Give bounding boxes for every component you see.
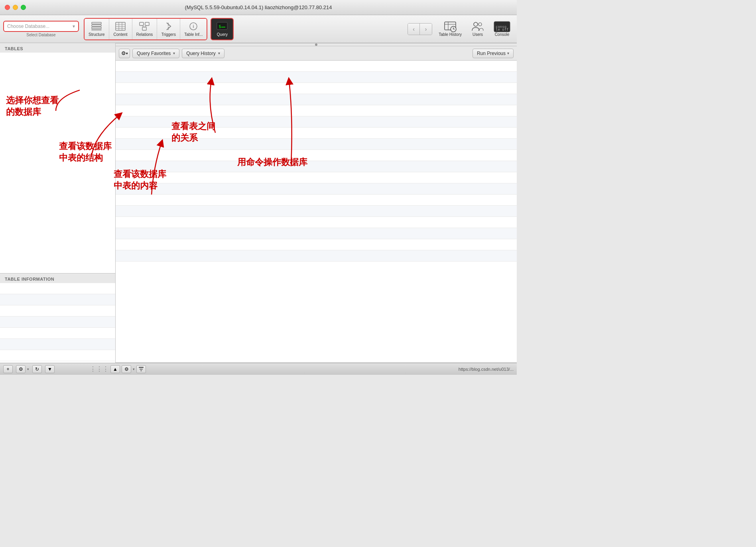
svg-rect-12 (142, 27, 146, 30)
table-info-section: TABLE INFORMATION (0, 274, 115, 283)
tab-relations-label: Relations (136, 32, 153, 37)
nav-forward-button[interactable]: › (420, 24, 432, 35)
query-editor[interactable] (116, 61, 517, 363)
users-icon (471, 21, 484, 32)
query-editor-row (116, 139, 517, 150)
console-item[interactable]: conso le off Console (490, 20, 514, 38)
close-button[interactable] (5, 5, 10, 10)
table-history-item[interactable]: Table History (435, 20, 465, 38)
query-favorites-label: Query Favorites (137, 51, 171, 56)
table-info-row (0, 294, 115, 305)
run-previous-button[interactable]: Run Previous ▾ (472, 49, 514, 58)
query-editor-row (116, 72, 517, 83)
main-layout: TABLES TABLE INFORMATION (0, 43, 517, 363)
tab-query[interactable]: $ Query (211, 18, 234, 40)
svg-rect-1 (92, 25, 101, 26)
tables-header: TABLES (0, 43, 115, 53)
table-info-row (0, 339, 115, 350)
table-info-header: TABLE INFORMATION (5, 277, 110, 281)
query-editor-row (116, 116, 517, 128)
query-editor-row (116, 239, 517, 250)
tab-structure[interactable]: Structure (85, 19, 109, 39)
svg-rect-39 (140, 370, 142, 371)
svg-rect-3 (92, 30, 101, 30)
refresh-button[interactable]: ↻ (32, 365, 42, 373)
db-select[interactable]: Choose Database... ▾ (3, 21, 79, 32)
query-editor-row (116, 83, 517, 94)
gear2-chevron: ▾ (133, 367, 135, 371)
status-url: https://blog.csdn.net/u013/... (459, 367, 514, 372)
table-info-row (0, 328, 115, 339)
query-editor-row (116, 105, 517, 116)
gear-status-button[interactable]: ⚙ (16, 365, 26, 373)
tab-query-label: Query (217, 32, 228, 37)
query-editor-row (116, 128, 517, 139)
resize-dot (315, 43, 317, 46)
gear-chevron: ▾ (126, 51, 128, 55)
maximize-button[interactable] (21, 5, 26, 10)
main-tab-group: Structure Content (84, 18, 207, 40)
table-info-row (0, 317, 115, 328)
tab-tableinfo[interactable]: i Table Inf... (180, 19, 207, 39)
toolbar-right: ‹ › Table History Users (408, 20, 514, 38)
table-info-rows (0, 283, 115, 361)
filter2-button[interactable] (136, 365, 146, 373)
filter-button[interactable]: ▼ (45, 365, 55, 373)
content-icon (115, 22, 126, 31)
tables-list-area[interactable] (0, 53, 115, 274)
nav-back-button[interactable]: ‹ (408, 24, 420, 35)
svg-point-27 (474, 22, 478, 26)
query-editor-row (116, 250, 517, 262)
query-editor-row (116, 161, 517, 172)
tab-triggers[interactable]: Triggers (157, 19, 180, 39)
tab-content-label: Content (114, 32, 128, 37)
sidebar-toggle-icon: ⋮⋮⋮ (90, 365, 109, 373)
gear-icon: ⚙ (121, 50, 126, 56)
tab-content[interactable]: Content (109, 19, 132, 39)
window-controls (5, 5, 26, 10)
svg-rect-11 (145, 22, 149, 26)
minimize-button[interactable] (13, 5, 18, 10)
tab-relations[interactable]: Relations (132, 19, 158, 39)
svg-rect-2 (92, 27, 101, 29)
query-editor-row (116, 228, 517, 239)
db-select-wrapper: Choose Database... ▾ Select Database (3, 21, 79, 37)
gear-status2-button[interactable]: ⚙ (122, 365, 131, 373)
query-editor-row (116, 172, 517, 183)
nav-btn-group: ‹ › (408, 23, 432, 35)
titlebar: (MySQL 5.5.59-0ubuntu0.14.04.1) liaozhiz… (0, 0, 517, 15)
tab-tableinfo-label: Table Inf... (184, 32, 203, 37)
console-icon: conso le off (494, 21, 510, 32)
svg-point-28 (478, 23, 482, 26)
triggers-icon (163, 22, 174, 31)
gear-chevron-status: ▾ (27, 367, 29, 371)
settings-button[interactable]: ⚙ ▾ (119, 49, 130, 58)
relations-icon (139, 22, 150, 31)
add-button[interactable]: + (3, 365, 13, 373)
query-editor-row (116, 94, 517, 105)
svg-rect-0 (92, 22, 101, 24)
query-icon: $ (217, 22, 228, 31)
db-select-label: Select Database (26, 33, 55, 37)
query-favorites-chevron: ▾ (173, 51, 175, 55)
query-editor-row (116, 206, 517, 217)
db-select-placeholder: Choose Database... (7, 24, 49, 29)
table-info-area (0, 283, 115, 363)
scroll-up-button[interactable]: ▲ (110, 365, 120, 373)
console-label: Console (495, 32, 510, 37)
query-history-button[interactable]: Query History ▾ (182, 49, 224, 58)
users-item[interactable]: Users (468, 20, 487, 38)
svg-text:i: i (193, 24, 194, 29)
svg-text:$: $ (219, 24, 221, 29)
tab-structure-label: Structure (89, 32, 105, 37)
query-favorites-button[interactable]: Query Favorites ▾ (132, 49, 179, 58)
svg-rect-38 (140, 369, 143, 370)
run-previous-chevron: ▾ (507, 51, 509, 55)
query-editor-row (116, 150, 517, 161)
resize-handle[interactable] (116, 43, 517, 46)
toolbar: Choose Database... ▾ Select Database Str… (0, 15, 517, 43)
tableinfo-icon: i (188, 22, 199, 31)
table-info-row (0, 350, 115, 361)
svg-rect-10 (140, 22, 144, 26)
table-info-row (0, 305, 115, 317)
